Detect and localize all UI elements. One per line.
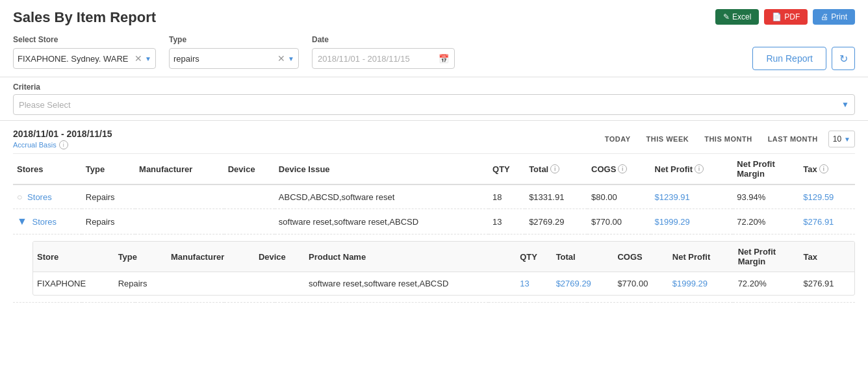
sub-col-product-name: Product Name bbox=[305, 242, 516, 272]
refresh-button[interactable]: ↻ bbox=[832, 47, 855, 70]
run-report-button[interactable]: Run Report bbox=[752, 47, 826, 70]
row1-device bbox=[224, 184, 275, 209]
store-clear-icon[interactable]: ✕ bbox=[134, 53, 142, 64]
tax-info-icon[interactable]: i bbox=[819, 164, 828, 173]
col-cogs: COGS i bbox=[587, 154, 650, 184]
row2-device bbox=[224, 209, 275, 234]
row1-expand-icon[interactable]: ○ bbox=[17, 192, 22, 202]
row1-total: $1331.91 bbox=[525, 184, 587, 209]
criteria-select[interactable]: Please Select ▼ bbox=[13, 94, 855, 115]
store-label: Select Store bbox=[13, 35, 156, 44]
this-week-button[interactable]: THIS WEEK bbox=[641, 133, 695, 146]
cogs-info-icon[interactable]: i bbox=[618, 164, 627, 173]
sub-col-device: Device bbox=[255, 242, 305, 272]
sub-row1-cogs: $770.00 bbox=[613, 272, 668, 296]
calendar-icon[interactable]: 📅 bbox=[439, 54, 449, 64]
date-range-title: 2018/11/01 - 2018/11/15 bbox=[13, 129, 112, 139]
date-field-group: Date 2018/11/01 - 2018/11/15 📅 bbox=[312, 35, 455, 69]
sub-col-store: Store bbox=[33, 242, 114, 272]
type-select[interactable]: repairs ✕ ▼ bbox=[169, 48, 299, 69]
sub-col-net-profit-margin: Net ProfitMargin bbox=[734, 242, 800, 272]
criteria-arrow-icon[interactable]: ▼ bbox=[841, 100, 849, 109]
criteria-toolbar: Criteria Please Select ▼ bbox=[0, 77, 868, 121]
sub-table-row: Store Type Manufacturer Device Product N… bbox=[13, 234, 855, 303]
row2-cogs: $770.00 bbox=[587, 209, 650, 234]
date-input[interactable]: 2018/11/01 - 2018/11/15 📅 bbox=[312, 48, 455, 69]
criteria-placeholder: Please Select bbox=[19, 100, 841, 110]
col-device: Device bbox=[224, 154, 275, 184]
sub-table-header: Store Type Manufacturer Device Product N… bbox=[33, 242, 854, 272]
row1-qty: 18 bbox=[489, 184, 525, 209]
excel-icon: ✎ bbox=[723, 12, 730, 21]
page-size-select[interactable]: 10 ▼ bbox=[828, 131, 855, 147]
row2-store-link[interactable]: Stores bbox=[32, 217, 57, 227]
sub-row1-store: FIXAPHONE bbox=[33, 272, 114, 296]
sub-col-total: Total bbox=[552, 242, 614, 272]
sub-row1-net-profit: $1999.29 bbox=[669, 272, 734, 296]
pdf-button[interactable]: 📄 PDF bbox=[764, 9, 808, 25]
accrual-basis-label: Accrual Basis bbox=[13, 141, 57, 149]
row2-manufacturer bbox=[135, 209, 224, 234]
row1-cogs: $80.00 bbox=[587, 184, 650, 209]
row1-device-issue: ABCSD,ABCSD,software reset bbox=[275, 184, 489, 209]
sub-row1-device bbox=[255, 272, 305, 296]
main-table-header: Stores Type Manufacturer Device Device I… bbox=[13, 154, 855, 184]
print-label: Print bbox=[831, 12, 847, 21]
sub-col-cogs: COGS bbox=[613, 242, 668, 272]
net-profit-info-icon[interactable]: i bbox=[695, 164, 704, 173]
row2-type: Repairs bbox=[82, 209, 135, 234]
store-select[interactable]: FIXAPHONE. Sydney. WARE ✕ ▼ bbox=[13, 48, 156, 69]
criteria-label: Criteria bbox=[13, 82, 855, 92]
row2-store: ▼ Stores bbox=[13, 209, 82, 234]
type-clear-icon[interactable]: ✕ bbox=[277, 53, 285, 64]
sub-row1-type: Repairs bbox=[114, 272, 167, 296]
today-button[interactable]: TODAY bbox=[600, 133, 636, 146]
refresh-icon: ↻ bbox=[839, 53, 848, 65]
type-arrow-icon[interactable]: ▼ bbox=[288, 55, 294, 62]
row2-net-profit: $1999.29 bbox=[651, 209, 734, 234]
accrual-basis-info-icon[interactable]: i bbox=[59, 140, 68, 149]
row1-store-link[interactable]: Stores bbox=[27, 192, 52, 202]
row1-manufacturer bbox=[135, 184, 224, 209]
col-net-profit: Net Profit i bbox=[651, 154, 734, 184]
excel-button[interactable]: ✎ Excel bbox=[715, 9, 759, 25]
sub-col-type: Type bbox=[114, 242, 167, 272]
total-info-icon[interactable]: i bbox=[550, 164, 559, 173]
filters-toolbar: Select Store FIXAPHONE. Sydney. WARE ✕ ▼… bbox=[13, 35, 855, 70]
table-row: ▼ Stores Repairs software reset,software… bbox=[13, 209, 855, 234]
store-value: FIXAPHONE. Sydney. WARE bbox=[18, 54, 134, 64]
page-size-arrow-icon: ▼ bbox=[844, 136, 850, 143]
store-arrow-icon[interactable]: ▼ bbox=[145, 55, 151, 62]
run-report-area: Run Report ↻ bbox=[752, 47, 855, 70]
date-value: 2018/11/01 - 2018/11/15 bbox=[318, 54, 410, 64]
row2-net-profit-margin: 72.20% bbox=[733, 209, 799, 234]
col-type: Type bbox=[82, 154, 135, 184]
print-button[interactable]: 🖨 Print bbox=[813, 9, 855, 25]
sub-row1-manufacturer bbox=[167, 272, 255, 296]
page-size-value: 10 bbox=[833, 134, 841, 144]
sub-row1-total: $2769.29 bbox=[552, 272, 614, 296]
accrual-basis: Accrual Basis i bbox=[13, 140, 112, 149]
type-field-group: Type repairs ✕ ▼ bbox=[169, 35, 299, 69]
col-tax: Tax i bbox=[799, 154, 855, 184]
sub-col-qty: QTY bbox=[516, 242, 552, 272]
row1-net-profit-margin: 93.94% bbox=[733, 184, 799, 209]
sub-table: Store Type Manufacturer Device Product N… bbox=[33, 242, 854, 295]
row2-collapse-icon[interactable]: ▼ bbox=[17, 216, 27, 227]
pdf-label: PDF bbox=[784, 12, 800, 21]
table-row: ○ Stores Repairs ABCSD,ABCSD,software re… bbox=[13, 184, 855, 209]
sub-row1-qty: 13 bbox=[516, 272, 552, 296]
sub-table-data-row: FIXAPHONE Repairs software reset,softwar… bbox=[33, 272, 854, 296]
this-month-button[interactable]: THIS MONTH bbox=[699, 133, 757, 146]
sub-col-manufacturer: Manufacturer bbox=[167, 242, 255, 272]
col-manufacturer: Manufacturer bbox=[135, 154, 224, 184]
date-label: Date bbox=[312, 35, 455, 44]
sub-row1-net-profit-margin: 72.20% bbox=[734, 272, 800, 296]
last-month-button[interactable]: LAST MONTH bbox=[763, 133, 823, 146]
sub-table-wrapper: Store Type Manufacturer Device Product N… bbox=[32, 241, 855, 296]
type-value: repairs bbox=[173, 54, 277, 64]
export-actions: ✎ Excel 📄 PDF 🖨 Print bbox=[715, 9, 855, 25]
sub-row1-product-name: software reset,software reset,ABCSD bbox=[305, 272, 516, 296]
row2-qty: 13 bbox=[489, 209, 525, 234]
report-area: 2018/11/01 - 2018/11/15 Accrual Basis i … bbox=[0, 121, 868, 316]
